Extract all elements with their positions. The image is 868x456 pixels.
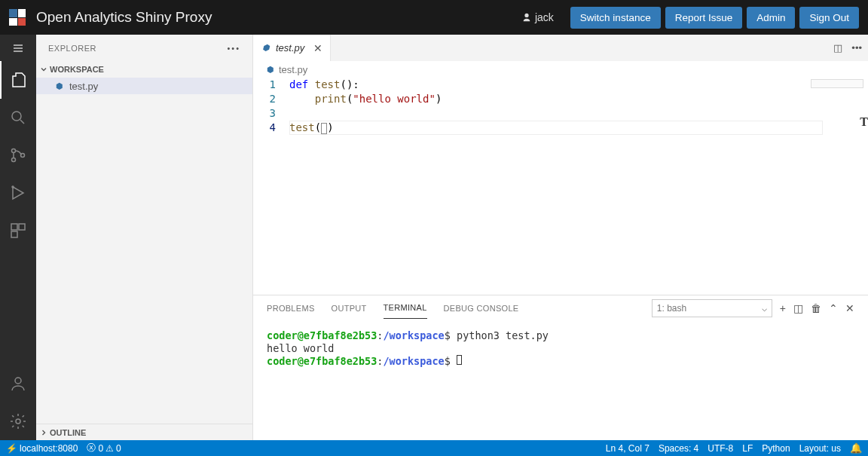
debug-tab[interactable] xyxy=(0,174,36,212)
svg-rect-7 xyxy=(11,231,17,237)
notifications-button[interactable]: 🔔 xyxy=(850,442,862,454)
editor-area: test.py ✕ ◫ ••• test.py 1234 def test():… xyxy=(253,35,868,440)
chevron-right-icon xyxy=(39,428,48,437)
activity-bar xyxy=(0,35,36,440)
line-gutter: 1234 xyxy=(253,78,289,295)
user-icon xyxy=(521,12,532,23)
breadcrumb[interactable]: test.py xyxy=(253,61,868,78)
remote-host-button[interactable]: ⚡ localhost:8080 xyxy=(6,443,78,454)
python-file-icon xyxy=(265,64,276,75)
settings-button[interactable] xyxy=(0,402,36,440)
username-label: jack xyxy=(535,11,554,23)
editor-tab[interactable]: test.py ✕ xyxy=(253,35,331,61)
report-issue-button[interactable]: Report Issue xyxy=(665,7,743,29)
svg-rect-5 xyxy=(11,224,17,230)
indentation-button[interactable]: Spaces: 4 xyxy=(659,443,698,454)
user-indicator[interactable]: jack xyxy=(521,11,554,23)
search-tab[interactable] xyxy=(0,99,36,136)
maximize-panel-button[interactable]: ⌃ xyxy=(829,302,838,314)
workspace-label: WORKSPACE xyxy=(50,65,104,74)
minimap[interactable]: T xyxy=(808,78,868,295)
tab-close-button[interactable]: ✕ xyxy=(313,42,322,54)
top-bar: Open Analytics Shiny Proxy jack Switch i… xyxy=(0,0,868,35)
chevron-down-icon xyxy=(39,65,48,74)
extensions-tab[interactable] xyxy=(0,212,36,249)
chevron-down-icon: ⌵ xyxy=(762,303,767,314)
svg-point-9 xyxy=(16,419,20,424)
explorer-sidebar: EXPLORER ••• WORKSPACE test.py OUTLINE xyxy=(36,35,253,440)
cursor-position-button[interactable]: Ln 4, Col 7 xyxy=(606,443,649,454)
svg-rect-6 xyxy=(19,224,25,230)
code-editor[interactable]: 1234 def test(): print("hello world") te… xyxy=(253,78,868,295)
problems-status-button[interactable]: ⓧ 0 ⚠ 0 xyxy=(87,442,121,454)
workspace-section-header[interactable]: WORKSPACE xyxy=(36,61,252,78)
split-editor-button[interactable]: ◫ xyxy=(833,42,842,54)
breadcrumb-file: test.py xyxy=(279,64,307,75)
source-control-tab[interactable] xyxy=(0,136,36,174)
file-tree-item[interactable]: test.py xyxy=(36,78,252,94)
app-title: Open Analytics Shiny Proxy xyxy=(36,9,212,26)
code-content: def test(): print("hello world") test() xyxy=(289,78,868,295)
keyboard-layout-button[interactable]: Layout: us xyxy=(799,443,841,454)
problems-tab[interactable]: PROBLEMS xyxy=(267,298,315,319)
debug-console-tab[interactable]: DEBUG CONSOLE xyxy=(444,298,519,319)
terminal-content[interactable]: coder@e7fbaf8e2b53:/workspace$ python3 t… xyxy=(253,320,868,440)
tab-title: test.py xyxy=(276,42,304,54)
python-file-icon xyxy=(54,81,65,91)
editor-tabs-row: test.py ✕ ◫ ••• xyxy=(253,35,868,61)
admin-button[interactable]: Admin xyxy=(747,7,795,29)
split-terminal-button[interactable]: ◫ xyxy=(793,302,803,314)
explorer-more-button[interactable]: ••• xyxy=(227,44,240,53)
explorer-tab[interactable] xyxy=(0,61,36,99)
svg-point-2 xyxy=(12,158,16,162)
output-tab[interactable]: OUTPUT xyxy=(332,298,367,319)
kill-terminal-button[interactable]: 🗑 xyxy=(811,302,821,314)
app-logo xyxy=(9,9,26,26)
outline-section-header[interactable]: OUTLINE xyxy=(36,424,252,440)
terminal-tab[interactable]: TERMINAL xyxy=(384,297,427,319)
new-terminal-button[interactable]: + xyxy=(780,302,786,314)
sign-out-button[interactable]: Sign Out xyxy=(799,7,859,29)
python-file-icon xyxy=(261,43,271,54)
terminal-selector-label: 1: bash xyxy=(657,303,686,314)
svg-point-0 xyxy=(12,112,21,121)
switch-instance-button[interactable]: Switch instance xyxy=(570,7,661,29)
close-panel-button[interactable]: ✕ xyxy=(845,302,854,314)
svg-point-1 xyxy=(12,149,16,153)
language-mode-button[interactable]: Python xyxy=(762,443,790,454)
explorer-title: EXPLORER xyxy=(48,44,96,53)
editor-more-button[interactable]: ••• xyxy=(851,42,862,54)
menu-button[interactable] xyxy=(0,35,36,61)
accounts-button[interactable] xyxy=(0,365,36,402)
outline-label: OUTLINE xyxy=(50,428,86,437)
terminal-selector[interactable]: 1: bash ⌵ xyxy=(652,299,772,317)
status-bar: ⚡ localhost:8080 ⓧ 0 ⚠ 0 Ln 4, Col 7 Spa… xyxy=(0,440,868,456)
file-name-label: test.py xyxy=(69,81,98,92)
bottom-panel: PROBLEMS OUTPUT TERMINAL DEBUG CONSOLE 1… xyxy=(253,295,868,440)
encoding-button[interactable]: UTF-8 xyxy=(708,443,733,454)
eol-button[interactable]: LF xyxy=(742,443,753,454)
svg-point-8 xyxy=(15,378,21,384)
